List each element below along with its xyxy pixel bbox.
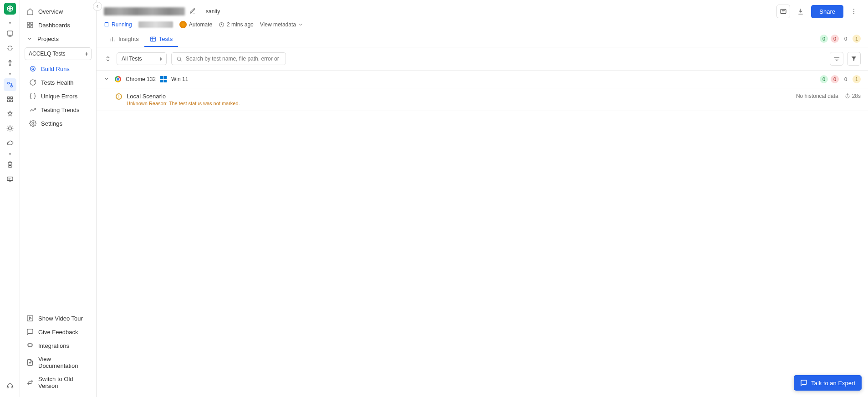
table-icon	[150, 36, 156, 42]
meta-row: Running Automate 2 mins ago View metadat…	[97, 18, 868, 32]
view-metadata-button[interactable]: View metadata	[260, 21, 303, 28]
sidebar-testing-trends[interactable]: Testing Trends	[20, 103, 96, 117]
group-counts: 0 0 0 1	[820, 75, 861, 83]
status-badge: Running	[104, 21, 132, 28]
search-box[interactable]	[171, 52, 286, 65]
svg-rect-10	[8, 163, 12, 168]
sidebar-switch-old[interactable]: Switch to Old Version	[20, 372, 96, 392]
sidebar-projects-header[interactable]: Projects	[20, 32, 96, 46]
rail-cloud-icon[interactable]	[4, 137, 16, 149]
brand-logo[interactable]	[4, 3, 16, 15]
svg-point-22	[853, 11, 854, 12]
sidebar-unique-errors[interactable]: Unique Errors	[20, 89, 96, 103]
filter-bar: All Tests ▴▾	[97, 47, 868, 71]
more-menu-button[interactable]	[847, 5, 861, 18]
count-skip: 0	[842, 75, 850, 83]
browser-label: Chrome 132	[126, 76, 156, 82]
rail-add-icon[interactable]	[4, 107, 16, 120]
tabs-row: Insights Tests 0 0 0 1	[97, 32, 868, 47]
sidebar-integrations[interactable]: Integrations	[20, 339, 96, 352]
test-group-row[interactable]: Chrome 132 Win 11 0 0 0 1	[97, 71, 868, 88]
tab-tests[interactable]: Tests	[144, 32, 178, 47]
svg-point-23	[853, 13, 854, 14]
rail-accessibility-icon[interactable]	[4, 56, 16, 69]
sidebar-label: Integrations	[38, 342, 69, 349]
tab-label: Tests	[159, 36, 173, 42]
sidebar-tests-health[interactable]: Tests Health	[20, 76, 96, 89]
rail-bug-icon[interactable]	[4, 122, 16, 135]
user-redacted	[138, 21, 173, 28]
rail-monitor-icon[interactable]	[4, 173, 16, 186]
count-unknown: 1	[853, 75, 861, 83]
sidebar-overview[interactable]: Overview	[20, 5, 96, 18]
talk-to-expert-button[interactable]: Talk to an Expert	[794, 375, 862, 391]
rail-dashboard-icon[interactable]	[4, 27, 16, 40]
rail-separator	[9, 153, 11, 155]
count-fail: 0	[831, 75, 839, 83]
trend-icon	[29, 106, 36, 113]
svg-rect-5	[7, 97, 9, 99]
svg-rect-8	[10, 100, 12, 102]
grid-icon	[26, 21, 34, 29]
tests-filter-select[interactable]: All Tests ▴▾	[117, 52, 167, 65]
download-button[interactable]	[794, 5, 807, 18]
svg-rect-25	[151, 37, 156, 41]
sidebar-label: Give Feedback	[38, 329, 78, 336]
braces-icon	[29, 92, 36, 100]
count-pass: 0	[820, 75, 828, 83]
svg-point-9	[8, 127, 11, 130]
project-selector[interactable]: ACCELQ Tests ▴▾	[25, 47, 92, 60]
count-skip: 0	[842, 35, 850, 43]
test-row[interactable]: ! Local Scenario Unknown Reason: The tes…	[97, 88, 868, 111]
sort-button[interactable]	[830, 52, 843, 66]
spinner-icon	[104, 22, 109, 27]
sidebar-feedback[interactable]: Give Feedback	[20, 325, 96, 339]
edit-icon[interactable]	[189, 8, 197, 15]
chat-label: Talk to an Expert	[811, 380, 855, 387]
bar-chart-icon	[109, 36, 116, 42]
sidebar-label: Settings	[41, 120, 62, 127]
svg-rect-14	[27, 25, 30, 28]
rail-clipboard-icon[interactable]	[4, 158, 16, 171]
sidebar-label: Show Video Tour	[38, 315, 83, 322]
status-text: Running	[112, 21, 132, 28]
rail-separator	[9, 73, 11, 75]
sidebar-label: Testing Trends	[41, 107, 80, 113]
home-icon	[26, 8, 34, 15]
header-row: sanity Share	[97, 0, 868, 18]
svg-rect-15	[31, 25, 33, 28]
search-input[interactable]	[186, 56, 281, 62]
rail-observability-icon[interactable]	[4, 78, 16, 91]
time-text: 2 mins ago	[227, 21, 254, 28]
sidebar-label: Dashboards	[38, 22, 70, 29]
sidebar-collapse-button[interactable]	[93, 2, 102, 11]
rail-apps-icon[interactable]	[4, 93, 16, 106]
tabs-counts: 0 0 0 1	[820, 35, 861, 45]
sidebar-docs[interactable]: View Documentation	[20, 352, 96, 372]
sidebar-settings[interactable]: Settings	[20, 117, 96, 130]
filter-button[interactable]	[847, 52, 861, 66]
clock-icon	[219, 22, 225, 28]
svg-point-3	[7, 82, 9, 84]
time-ago: 2 mins ago	[219, 21, 254, 28]
rail-headset-icon[interactable]	[4, 380, 16, 392]
chevron-down-icon[interactable]	[104, 76, 110, 82]
tab-insights[interactable]: Insights	[104, 32, 144, 47]
svg-rect-6	[10, 97, 12, 99]
sidebar-build-runs[interactable]: Build Runs	[20, 62, 96, 76]
rail-sparkle-icon[interactable]	[4, 42, 16, 55]
swap-icon	[26, 379, 34, 386]
sidebar-label: Overview	[38, 8, 63, 15]
windows-icon	[160, 76, 167, 82]
annotate-button[interactable]	[776, 5, 790, 18]
test-history: No historical data	[796, 93, 838, 99]
collapse-all-button[interactable]	[104, 55, 112, 63]
sidebar-video-tour[interactable]: Show Video Tour	[20, 311, 96, 325]
share-button[interactable]: Share	[811, 5, 843, 18]
test-name: Local Scenario	[127, 93, 791, 100]
svg-point-17	[32, 68, 34, 70]
sidebar-dashboards[interactable]: Dashboards	[20, 18, 96, 32]
icon-rail	[0, 0, 20, 397]
target-icon	[29, 65, 36, 72]
svg-rect-13	[31, 22, 33, 25]
